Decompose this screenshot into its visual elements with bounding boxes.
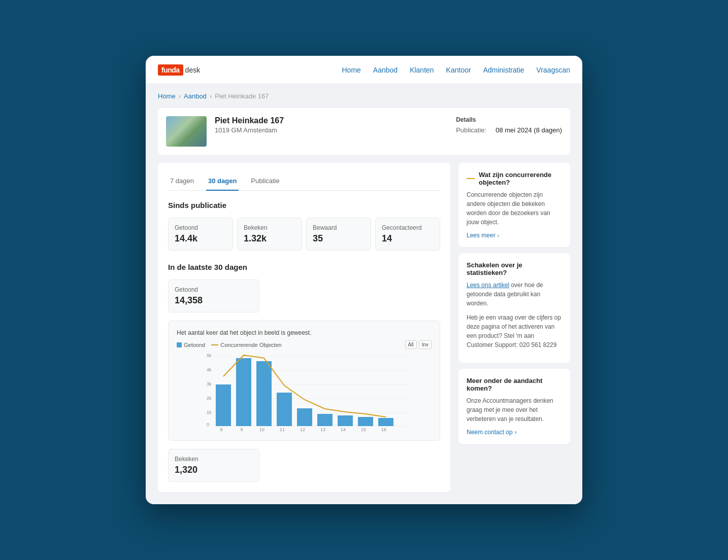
tab-publicatie[interactable]: Publicatie (249, 173, 281, 191)
right-panel: Wat zijn concurrerende objecten? Concurr… (458, 163, 570, 492)
logo: funda desk (158, 64, 200, 76)
getoond-30-label: Getoond (175, 286, 253, 293)
stat-bewaard-value: 35 (313, 233, 365, 244)
legend-items: Getoond Concurrerende Objecten (177, 342, 282, 348)
nav-vraagscan[interactable]: Vraagscan (537, 66, 570, 74)
property-title: Piet Heinkade 167 (215, 116, 284, 125)
svg-text:3k: 3k (207, 381, 212, 387)
info-card-aandacht: Meer onder de aandacht komen? Onze Accou… (458, 369, 570, 444)
property-info: Piet Heinkade 167 1019 GM Amsterdam (215, 116, 284, 134)
info-card-concurrent-text: Concurrerende objecten zijn andere objec… (467, 190, 562, 227)
svg-text:13: 13 (320, 427, 325, 432)
main-content: Home › Aanbod › Piet Heinkade 167 Piet H… (146, 84, 582, 504)
nav-aanbod[interactable]: Aanbod (373, 66, 398, 74)
tab-7-dagen[interactable]: 7 dagen (168, 173, 196, 191)
svg-text:2k: 2k (207, 396, 212, 401)
tabs: 7 dagen 30 dagen Publicatie (168, 173, 440, 191)
info-card-statistieken-text2: Heb je een vraag over de cijfers op deze… (467, 313, 562, 349)
breadcrumb-home[interactable]: Home (158, 92, 176, 100)
nav-links: Home Aanbod Klanten Kantoor Administrati… (342, 65, 570, 75)
info-card-statistieken-title: Schakelen over je statistieken? (467, 261, 562, 276)
stat-bekeken-value: 1.32k (244, 233, 295, 244)
getoond-30-card: Getoond 14,358 (168, 279, 259, 312)
bar-16 (378, 418, 393, 426)
stat-gecontacteerd-value: 14 (382, 233, 434, 244)
svg-text:9: 9 (240, 427, 243, 432)
svg-text:8: 8 (220, 427, 222, 432)
bekeken-card: Bekeken 1,320 (168, 449, 259, 482)
bar-11 (277, 393, 292, 426)
property-address: 1019 GM Amsterdam (215, 126, 284, 134)
left-panel: 7 dagen 30 dagen Publicatie Sinds public… (158, 163, 450, 492)
publicatie-value: 08 mei 2024 (8 dagen) (495, 126, 562, 134)
nav-klanten[interactable]: Klanten (410, 66, 434, 74)
legend-getoond-label: Getoond (184, 342, 205, 348)
tab-30-dagen[interactable]: 30 dagen (206, 173, 239, 191)
bar-14 (338, 415, 353, 426)
info-card-statistieken: Schakelen over je statistieken? Lees ons… (458, 253, 570, 363)
since-publication-title: Sinds publicatie (168, 201, 440, 209)
publicatie-key: Publicatie: (456, 126, 491, 134)
neem-contact-link[interactable]: Neem contact op › (467, 429, 562, 436)
chart-area: 5k 4k 3k 2k 1k 0 (177, 351, 432, 432)
chart-title: Het aantal keer dat het object in beeld … (177, 329, 432, 336)
nav-home[interactable]: Home (342, 66, 360, 74)
chevron-right-icon-2: › (515, 429, 517, 436)
last-30-title: In de laatste 30 dagen (168, 263, 440, 271)
property-image (166, 116, 207, 147)
content-layout: 7 dagen 30 dagen Publicatie Sinds public… (158, 163, 570, 492)
stat-getoond-value: 14.4k (175, 233, 226, 244)
getoond-30-value: 14,358 (175, 295, 253, 306)
legend-getoond-icon (177, 342, 182, 347)
stat-bewaard-label: Bewaard (313, 224, 365, 231)
info-card-aandacht-text: Onze Accountmanagers denken graag met je… (467, 396, 562, 424)
svg-text:14: 14 (341, 427, 346, 432)
svg-text:11: 11 (280, 427, 285, 432)
chart-legend-row: Getoond Concurrerende Objecten All Inv (177, 340, 432, 349)
bar-12 (297, 408, 312, 426)
bekeken-value: 1,320 (175, 465, 253, 475)
chevron-right-icon: › (498, 233, 499, 238)
bar-8 (216, 384, 231, 426)
bar-9 (236, 358, 251, 426)
logo-funda: funda (158, 64, 183, 76)
logo-desk: desk (185, 66, 201, 74)
chart-svg: 5k 4k 3k 2k 1k 0 (177, 351, 432, 432)
stat-getoond: Getoond 14.4k (168, 218, 233, 251)
svg-text:0: 0 (207, 422, 209, 427)
property-header: Piet Heinkade 167 1019 GM Amsterdam Deta… (158, 108, 570, 155)
nav-administratie[interactable]: Administratie (483, 66, 524, 74)
info-card-statistieken-text1: Lees ons artikel over hoe de getoonde da… (467, 281, 562, 308)
stat-bekeken: Bekeken 1.32k (237, 218, 302, 251)
chart-btn-inv[interactable]: Inv (419, 340, 432, 349)
chart-container: Het aantal keer dat het object in beeld … (168, 321, 440, 441)
breadcrumb-aanbod[interactable]: Aanbod (184, 92, 207, 100)
legend-concurrent-label: Concurrerende Objecten (220, 342, 281, 348)
breadcrumb-sep1: › (179, 92, 181, 100)
bar-15 (358, 417, 373, 426)
nav-kantoor[interactable]: Kantoor (446, 66, 471, 74)
detail-row-publicatie: Publicatie: 08 mei 2024 (8 dagen) (456, 126, 562, 134)
breadcrumb-current: Piet Heinkade 167 (215, 92, 269, 100)
svg-text:15: 15 (361, 427, 366, 432)
legend-concurrent-icon (211, 344, 218, 345)
chart-btn-all[interactable]: All (405, 340, 417, 349)
lees-meer-link[interactable]: Lees meer › (467, 232, 562, 239)
orange-dash-icon (467, 178, 475, 179)
bar-13 (317, 414, 333, 426)
svg-text:4k: 4k (207, 367, 212, 372)
chart-buttons: All Inv (405, 340, 432, 349)
details-label: Details (456, 116, 562, 123)
top-navigation: funda desk Home Aanbod Klanten Kantoor A… (146, 56, 582, 84)
artikel-link[interactable]: Lees ons artikel (467, 282, 509, 289)
stat-gecontacteerd: Gecontacteerd 14 (375, 218, 440, 251)
stat-gecontacteerd-label: Gecontacteerd (382, 224, 434, 231)
legend-getoond: Getoond (177, 342, 205, 348)
svg-text:1k: 1k (207, 410, 212, 415)
stat-getoond-label: Getoond (175, 224, 226, 231)
info-card-concurrent-title: Wat zijn concurrerende objecten? (467, 171, 562, 186)
svg-text:12: 12 (300, 427, 305, 432)
legend-concurrent: Concurrerende Objecten (211, 342, 281, 348)
bar-10 (256, 361, 272, 426)
info-card-concurrent: Wat zijn concurrerende objecten? Concurr… (458, 163, 570, 247)
